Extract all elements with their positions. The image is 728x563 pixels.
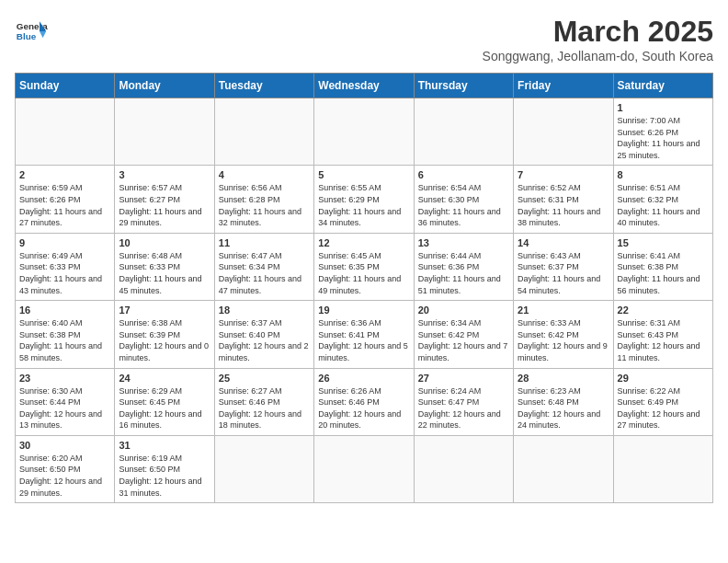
calendar-cell bbox=[314, 98, 414, 166]
day-number: 9 bbox=[19, 237, 110, 248]
day-number: 10 bbox=[119, 237, 210, 248]
calendar-cell: 12Sunrise: 6:45 AM Sunset: 6:35 PM Dayli… bbox=[314, 233, 414, 300]
calendar-cell: 2Sunrise: 6:59 AM Sunset: 6:26 PM Daylig… bbox=[16, 166, 115, 233]
day-number: 13 bbox=[418, 237, 509, 248]
calendar-week-6: 30Sunrise: 6:20 AM Sunset: 6:50 PM Dayli… bbox=[16, 435, 713, 502]
calendar-cell: 13Sunrise: 6:44 AM Sunset: 6:36 PM Dayli… bbox=[414, 233, 513, 300]
header-row: Sunday Monday Tuesday Wednesday Thursday… bbox=[16, 74, 713, 98]
day-info: Sunrise: 6:41 AM Sunset: 6:38 PM Dayligh… bbox=[618, 250, 709, 296]
day-number: 1 bbox=[618, 102, 709, 113]
day-info: Sunrise: 6:34 AM Sunset: 6:42 PM Dayligh… bbox=[418, 317, 509, 363]
day-info: Sunrise: 6:51 AM Sunset: 6:32 PM Dayligh… bbox=[618, 182, 709, 228]
calendar-week-5: 23Sunrise: 6:30 AM Sunset: 6:44 PM Dayli… bbox=[16, 368, 713, 435]
day-number: 18 bbox=[219, 304, 310, 316]
day-info: Sunrise: 6:45 AM Sunset: 6:35 PM Dayligh… bbox=[318, 250, 409, 296]
day-info: Sunrise: 6:47 AM Sunset: 6:34 PM Dayligh… bbox=[219, 250, 310, 296]
day-number: 23 bbox=[19, 373, 110, 384]
day-number: 27 bbox=[418, 373, 509, 384]
day-info: Sunrise: 6:44 AM Sunset: 6:36 PM Dayligh… bbox=[418, 250, 509, 296]
calendar-cell: 27Sunrise: 6:24 AM Sunset: 6:47 PM Dayli… bbox=[414, 368, 513, 435]
calendar-cell: 31Sunrise: 6:19 AM Sunset: 6:50 PM Dayli… bbox=[115, 435, 214, 502]
day-number: 8 bbox=[618, 169, 709, 180]
day-info: Sunrise: 6:33 AM Sunset: 6:42 PM Dayligh… bbox=[518, 317, 609, 363]
calendar-cell: 6Sunrise: 6:54 AM Sunset: 6:30 PM Daylig… bbox=[414, 166, 513, 233]
calendar-cell: 9Sunrise: 6:49 AM Sunset: 6:33 PM Daylig… bbox=[16, 233, 115, 300]
calendar-cell bbox=[414, 98, 513, 166]
day-number: 11 bbox=[219, 237, 310, 248]
day-info: Sunrise: 6:56 AM Sunset: 6:28 PM Dayligh… bbox=[219, 182, 310, 228]
day-number: 22 bbox=[618, 304, 709, 316]
day-info: Sunrise: 6:23 AM Sunset: 6:48 PM Dayligh… bbox=[518, 385, 609, 431]
calendar-cell: 1Sunrise: 7:00 AM Sunset: 6:26 PM Daylig… bbox=[613, 98, 712, 166]
day-info: Sunrise: 6:48 AM Sunset: 6:33 PM Dayligh… bbox=[119, 250, 210, 296]
day-info: Sunrise: 6:38 AM Sunset: 6:39 PM Dayligh… bbox=[119, 317, 210, 363]
calendar-cell bbox=[414, 435, 513, 502]
col-friday: Friday bbox=[514, 74, 613, 98]
calendar-cell bbox=[214, 435, 313, 502]
calendar-cell: 30Sunrise: 6:20 AM Sunset: 6:50 PM Dayli… bbox=[16, 435, 115, 502]
title-area: March 2025 Songgwang, Jeollanam-do, Sout… bbox=[483, 15, 713, 63]
day-info: Sunrise: 6:26 AM Sunset: 6:46 PM Dayligh… bbox=[318, 385, 409, 431]
calendar-week-4: 16Sunrise: 6:40 AM Sunset: 6:38 PM Dayli… bbox=[16, 301, 713, 368]
calendar-cell: 26Sunrise: 6:26 AM Sunset: 6:46 PM Dayli… bbox=[314, 368, 414, 435]
day-number: 16 bbox=[19, 304, 110, 316]
calendar-cell bbox=[16, 98, 115, 166]
calendar-week-2: 2Sunrise: 6:59 AM Sunset: 6:26 PM Daylig… bbox=[16, 166, 713, 233]
day-info: Sunrise: 6:30 AM Sunset: 6:44 PM Dayligh… bbox=[19, 385, 110, 431]
day-info: Sunrise: 6:31 AM Sunset: 6:43 PM Dayligh… bbox=[618, 317, 709, 363]
day-info: Sunrise: 6:27 AM Sunset: 6:46 PM Dayligh… bbox=[219, 385, 310, 431]
calendar-cell: 5Sunrise: 6:55 AM Sunset: 6:29 PM Daylig… bbox=[314, 166, 414, 233]
header: General Blue March 2025 Songgwang, Jeoll… bbox=[15, 15, 713, 63]
calendar-cell: 16Sunrise: 6:40 AM Sunset: 6:38 PM Dayli… bbox=[16, 301, 115, 368]
day-number: 25 bbox=[219, 373, 310, 384]
calendar-cell: 14Sunrise: 6:43 AM Sunset: 6:37 PM Dayli… bbox=[514, 233, 613, 300]
day-info: Sunrise: 6:43 AM Sunset: 6:37 PM Dayligh… bbox=[518, 250, 609, 296]
day-info: Sunrise: 6:52 AM Sunset: 6:31 PM Dayligh… bbox=[518, 182, 609, 228]
logo: General Blue bbox=[15, 15, 48, 48]
day-info: Sunrise: 6:40 AM Sunset: 6:38 PM Dayligh… bbox=[19, 317, 110, 363]
day-number: 26 bbox=[318, 373, 409, 384]
day-info: Sunrise: 6:57 AM Sunset: 6:27 PM Dayligh… bbox=[119, 182, 210, 228]
day-number: 19 bbox=[318, 304, 409, 316]
calendar-cell: 7Sunrise: 6:52 AM Sunset: 6:31 PM Daylig… bbox=[514, 166, 613, 233]
day-info: Sunrise: 6:29 AM Sunset: 6:45 PM Dayligh… bbox=[119, 385, 210, 431]
calendar-cell bbox=[514, 98, 613, 166]
calendar-cell bbox=[214, 98, 313, 166]
col-tuesday: Tuesday bbox=[214, 74, 313, 98]
col-thursday: Thursday bbox=[414, 74, 513, 98]
calendar-cell bbox=[514, 435, 613, 502]
calendar-cell: 18Sunrise: 6:37 AM Sunset: 6:40 PM Dayli… bbox=[214, 301, 313, 368]
day-number: 3 bbox=[119, 169, 210, 180]
svg-marker-3 bbox=[40, 31, 46, 38]
calendar-cell: 20Sunrise: 6:34 AM Sunset: 6:42 PM Dayli… bbox=[414, 301, 513, 368]
calendar-cell: 4Sunrise: 6:56 AM Sunset: 6:28 PM Daylig… bbox=[214, 166, 313, 233]
calendar-title: March 2025 bbox=[483, 15, 713, 49]
day-number: 6 bbox=[418, 169, 509, 180]
day-info: Sunrise: 6:37 AM Sunset: 6:40 PM Dayligh… bbox=[219, 317, 310, 363]
day-number: 24 bbox=[119, 373, 210, 384]
calendar-cell: 22Sunrise: 6:31 AM Sunset: 6:43 PM Dayli… bbox=[613, 301, 712, 368]
day-info: Sunrise: 6:24 AM Sunset: 6:47 PM Dayligh… bbox=[418, 385, 509, 431]
calendar-cell: 17Sunrise: 6:38 AM Sunset: 6:39 PM Dayli… bbox=[115, 301, 214, 368]
calendar-cell: 19Sunrise: 6:36 AM Sunset: 6:41 PM Dayli… bbox=[314, 301, 414, 368]
calendar-cell: 24Sunrise: 6:29 AM Sunset: 6:45 PM Dayli… bbox=[115, 368, 214, 435]
calendar-cell: 28Sunrise: 6:23 AM Sunset: 6:48 PM Dayli… bbox=[514, 368, 613, 435]
day-info: Sunrise: 6:22 AM Sunset: 6:49 PM Dayligh… bbox=[618, 385, 709, 431]
calendar-cell: 15Sunrise: 6:41 AM Sunset: 6:38 PM Dayli… bbox=[613, 233, 712, 300]
day-info: Sunrise: 6:19 AM Sunset: 6:50 PM Dayligh… bbox=[119, 453, 210, 499]
day-number: 2 bbox=[19, 169, 110, 180]
day-number: 28 bbox=[518, 373, 609, 384]
calendar-cell bbox=[115, 98, 214, 166]
logo-icon: General Blue bbox=[15, 15, 48, 48]
day-info: Sunrise: 6:54 AM Sunset: 6:30 PM Dayligh… bbox=[418, 182, 509, 228]
day-info: Sunrise: 7:00 AM Sunset: 6:26 PM Dayligh… bbox=[618, 115, 709, 161]
calendar-cell: 25Sunrise: 6:27 AM Sunset: 6:46 PM Dayli… bbox=[214, 368, 313, 435]
calendar-cell: 3Sunrise: 6:57 AM Sunset: 6:27 PM Daylig… bbox=[115, 166, 214, 233]
calendar-cell: 11Sunrise: 6:47 AM Sunset: 6:34 PM Dayli… bbox=[214, 233, 313, 300]
day-info: Sunrise: 6:55 AM Sunset: 6:29 PM Dayligh… bbox=[318, 182, 409, 228]
day-info: Sunrise: 6:36 AM Sunset: 6:41 PM Dayligh… bbox=[318, 317, 409, 363]
day-number: 15 bbox=[618, 237, 709, 248]
day-number: 20 bbox=[418, 304, 509, 316]
day-number: 7 bbox=[518, 169, 609, 180]
calendar-table: Sunday Monday Tuesday Wednesday Thursday… bbox=[15, 73, 713, 503]
